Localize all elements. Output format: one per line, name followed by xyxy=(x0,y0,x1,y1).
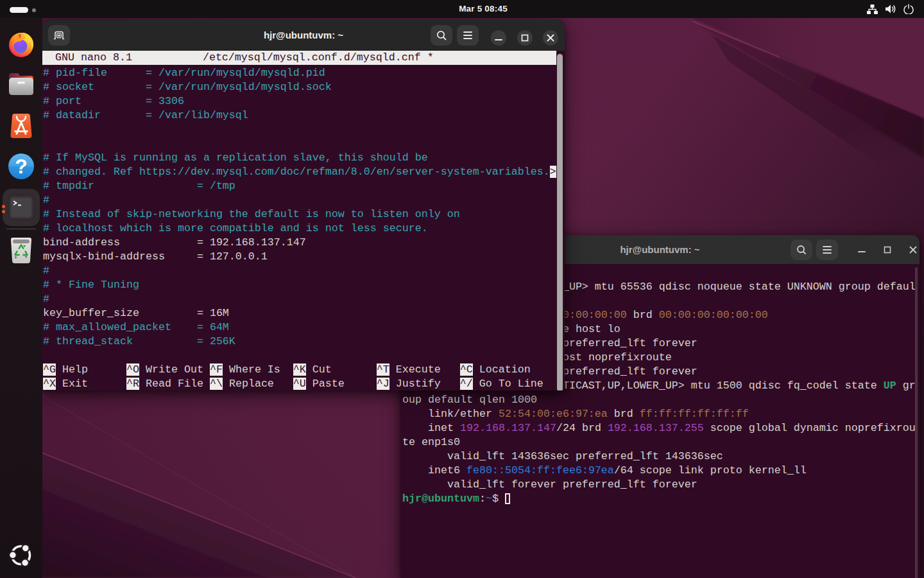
svg-text:?: ? xyxy=(15,155,28,178)
